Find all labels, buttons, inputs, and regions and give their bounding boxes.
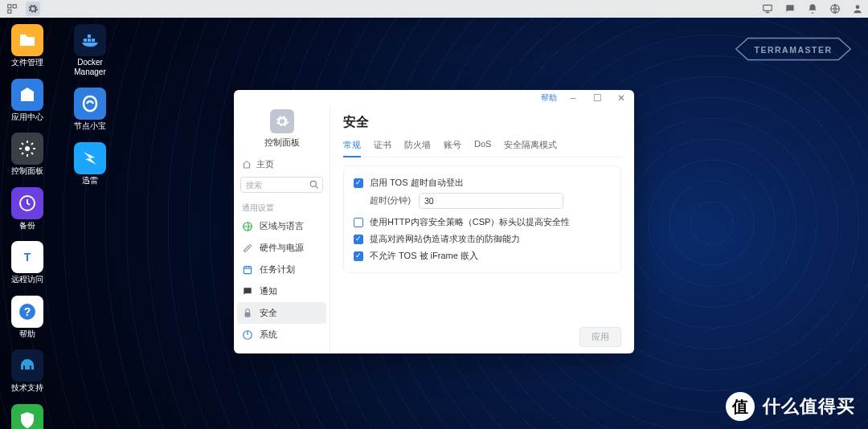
page-title: 安全 [343, 114, 621, 131]
chat-icon[interactable] [784, 3, 796, 14]
svg-point-5 [856, 5, 860, 9]
desktop-icon-app-center[interactable]: 应用中心 [6, 79, 48, 122]
tab-isolation[interactable]: 安全隔离模式 [504, 139, 557, 157]
checkbox-iframe[interactable] [354, 251, 363, 261]
watermark-badge: 值 [726, 392, 755, 421]
user-icon[interactable] [852, 3, 863, 14]
tools-icon [242, 243, 253, 254]
tab-dos[interactable]: DoS [474, 139, 491, 157]
bell-icon[interactable] [807, 3, 818, 14]
brand-logo: TERRAMASTER [733, 37, 854, 64]
apply-button[interactable]: 应用 [579, 327, 621, 347]
sidebar-item-security[interactable]: 安全 [237, 302, 326, 324]
option-iframe: 不允许 TOS 被 iFrame 嵌入 [354, 247, 611, 264]
home-label: 主页 [256, 158, 274, 170]
option-label: 提高对跨网站伪造请求攻击的防御能力 [370, 233, 520, 245]
desktop-icon-label: 帮助 [19, 329, 35, 339]
option-auto-logout: 启用 TOS 超时自动登出 [354, 174, 611, 191]
sidebar: 控制面板 主页 通用设置 区域与语言硬件与电源任务计划通知安全系统 [234, 106, 330, 353]
monitor-icon[interactable] [762, 3, 773, 14]
svg-point-8 [25, 146, 30, 151]
minimize-button[interactable]: – [565, 93, 581, 103]
desktop: 文件管理应用中心控制面板备份T远程访问?帮助技术支持安全顾问 Docker Ma… [6, 24, 111, 429]
close-button[interactable]: ✕ [613, 93, 629, 103]
file-manager-icon [11, 24, 43, 56]
desktop-icon-help[interactable]: ?帮助 [6, 296, 48, 339]
sidebar-item-region-language[interactable]: 区域与语言 [234, 215, 330, 237]
tab-firewall[interactable]: 防火墙 [404, 139, 431, 157]
maximize-button[interactable]: ☐ [589, 93, 605, 103]
gear-icon[interactable] [26, 2, 40, 16]
dashboard-icon[interactable] [5, 2, 19, 16]
window-titlebar: 帮助 – ☐ ✕ [234, 90, 634, 106]
security-general-panel: 启用 TOS 超时自动登出超时(分钟)使用HTTP内容安全策略（CSP）标头以提… [343, 165, 621, 273]
option-auto-logout-sub: 超时(分钟) [354, 191, 611, 214]
sidebar-item-label: 系统 [260, 329, 277, 341]
desktop-icon-label: 迅雷 [82, 176, 98, 186]
tab-cert[interactable]: 证书 [374, 139, 391, 157]
svg-rect-15 [92, 39, 95, 42]
svg-rect-3 [764, 5, 772, 10]
tab-account[interactable]: 账号 [444, 139, 461, 157]
desktop-icon-label: 节点小宝 [74, 121, 106, 131]
tab-general[interactable]: 常规 [343, 139, 361, 157]
power-icon [242, 329, 253, 341]
checkbox-auto-logout[interactable] [354, 178, 363, 188]
globe-icon[interactable] [829, 3, 841, 14]
sidebar-item-system[interactable]: 系统 [234, 324, 330, 345]
sidebar-item-hardware-power[interactable]: 硬件与电源 [234, 237, 330, 259]
svg-rect-13 [84, 39, 87, 42]
desktop-icon-tech-support[interactable]: 技术支持 [6, 349, 48, 393]
svg-rect-14 [88, 39, 91, 42]
desktop-icon-docker-manager[interactable]: Docker Manager [69, 24, 111, 76]
sidebar-item-task-schedule[interactable]: 任务计划 [234, 259, 330, 280]
docker-manager-icon [74, 24, 106, 56]
tabs: 常规证书防火墙账号DoS安全隔离模式 [343, 139, 621, 157]
desktop-icon-label: 应用中心 [11, 112, 43, 122]
lock-icon [242, 308, 253, 319]
option-csrf: 提高对跨网站伪造请求攻击的防御能力 [354, 231, 611, 247]
node-xiaobao-icon [74, 88, 106, 120]
desktop-icon-label: Docker Manager [74, 58, 105, 76]
search-icon[interactable] [309, 179, 320, 190]
watermark-text: 什么值得买 [763, 394, 855, 419]
security-advisor-icon [11, 404, 43, 430]
sidebar-item-notification[interactable]: 通知 [234, 280, 330, 302]
sidebar-group-label: 通用设置 [234, 196, 330, 215]
svg-rect-0 [8, 5, 11, 8]
control-panel-window: 帮助 – ☐ ✕ 控制面板 主页 通用设置 区域与语言硬件与电 [234, 90, 634, 353]
svg-rect-20 [245, 312, 251, 317]
taskbar [0, 0, 868, 18]
svg-rect-19 [244, 266, 251, 273]
globe-icon [242, 221, 253, 232]
control-panel-icon [11, 133, 43, 165]
svg-rect-2 [8, 10, 11, 13]
checkbox-csp[interactable] [354, 218, 363, 227]
desktop-icon-backup[interactable]: 备份 [6, 187, 48, 231]
checkbox-csrf[interactable] [354, 235, 363, 244]
desktop-icon-remote-access[interactable]: T远程访问 [6, 241, 48, 284]
sidebar-title: 控制面板 [264, 137, 300, 149]
help-icon: ? [11, 296, 43, 328]
desktop-icon-security-advisor[interactable]: 安全顾问 [6, 404, 48, 430]
option-label: 使用HTTP内容安全策略（CSP）标头以提高安全性 [370, 216, 570, 228]
desktop-icon-label: 远程访问 [11, 275, 43, 284]
sidebar-item-label: 安全 [260, 307, 277, 319]
svg-text:T: T [24, 251, 31, 264]
desktop-icon-node-xiaobao[interactable]: 节点小宝 [69, 88, 111, 131]
xunlei-icon [74, 142, 106, 174]
timeout-input[interactable] [419, 193, 563, 209]
gear-icon [270, 109, 294, 133]
desktop-icon-label: 技术支持 [11, 383, 43, 393]
desktop-icon-label: 控制面板 [11, 166, 43, 176]
svg-rect-16 [88, 35, 91, 38]
desktop-icon-file-manager[interactable]: 文件管理 [6, 24, 48, 67]
desktop-icon-xunlei[interactable]: 迅雷 [69, 142, 111, 186]
desktop-icon-label: 文件管理 [11, 58, 43, 67]
desktop-icon-label: 备份 [19, 221, 35, 231]
help-link[interactable]: 帮助 [541, 92, 557, 104]
calendar-icon [242, 264, 253, 276]
sidebar-home[interactable]: 主页 [234, 155, 330, 174]
svg-text:TERRAMASTER: TERRAMASTER [755, 45, 833, 55]
desktop-icon-control-panel[interactable]: 控制面板 [6, 133, 48, 176]
